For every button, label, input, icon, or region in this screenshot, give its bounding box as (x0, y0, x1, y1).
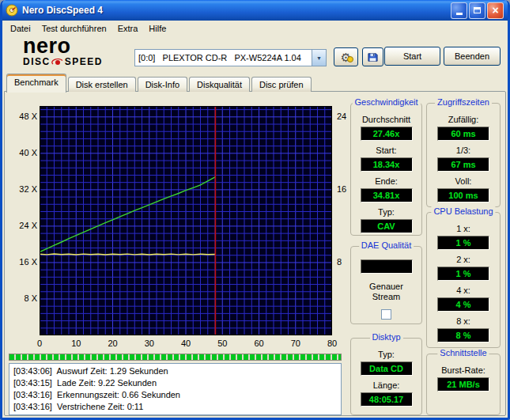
y-axis-left-tick: 24 X (4, 221, 37, 230)
cpu-field-value: 8 % (437, 328, 489, 342)
menu-extra[interactable]: Extra (112, 22, 144, 35)
drive-select[interactable]: [0:0] PLEXTOR CD-R PX-W5224A 1.04 ▼ (134, 49, 327, 66)
floppy-icon (368, 51, 378, 63)
access-field-value: 60 ms (437, 127, 489, 141)
minimize-icon (456, 13, 463, 15)
logo-speed-text: SPEED (65, 56, 103, 67)
x-axis-tick: 50 (212, 339, 232, 348)
x-axis-tick: 30 (139, 339, 160, 348)
dae-quality-panel-title: DAE Qualität (359, 240, 414, 250)
nero-logo: nero DISC SPEED (23, 36, 127, 67)
cpu-usage-panel-title: CPU Belastung (431, 206, 495, 216)
cpu-field-value: 1 % (437, 267, 489, 281)
x-axis-tick: 60 (249, 339, 270, 348)
disc-field: Länge:48:05.17 (351, 376, 421, 407)
genauer-stream-checkbox[interactable] (381, 309, 391, 320)
access-field-value: 100 ms (437, 188, 489, 202)
access-field: Voll:100 ms (427, 172, 500, 202)
cpu-field-label: 1 x: (427, 224, 500, 234)
tab-benchmark[interactable]: Benchmark (6, 74, 66, 93)
tab-diskqualit-t[interactable]: Diskqualität (189, 77, 250, 92)
app-icon (6, 4, 18, 17)
x-axis-tick: 20 (103, 339, 123, 348)
access-times-panel: Zugriffszeiten Zufällig:60 ms1/3:67 msVo… (426, 103, 501, 207)
disc-field-value: 48:05.17 (361, 392, 413, 407)
access-field: 1/3:67 ms (427, 141, 500, 172)
x-axis-tick: 0 (29, 339, 50, 348)
access-times-panel-title: Zugriffszeiten (435, 97, 492, 107)
speed-field: Start:18.34x (351, 141, 421, 172)
title-bar[interactable]: Nero DiscSpeed 4 × (2, 0, 508, 21)
log-line: [03:43:06] Auswurf Zeit: 1.29 Sekunden (13, 365, 337, 377)
speed-field-value: 34.81x (361, 188, 413, 202)
access-field-label: Zufällig: (427, 115, 500, 125)
tab-disk-info[interactable]: Disk-Info (138, 77, 187, 92)
log-box[interactable]: [03:43:06] Auswurf Zeit: 1.29 Sekunden[0… (9, 363, 342, 415)
access-field: Zufällig:60 ms (427, 110, 500, 141)
minimize-button[interactable] (451, 2, 467, 19)
dae-quality-value (361, 259, 413, 274)
speed-field: Ende:34.81x (351, 172, 421, 202)
disc-field: Typ:Data CD (351, 345, 421, 376)
options-button[interactable]: ⚙ (334, 47, 358, 66)
iface-field-label: Burst-Rate: (427, 365, 500, 376)
cpu-field-value: 4 % (437, 297, 489, 312)
disc-field-label: Länge: (351, 380, 421, 391)
tab-disk-erstellen[interactable]: Disk erstellen (68, 77, 136, 92)
y-axis-right-tick: 16 (337, 184, 361, 194)
y-axis-left-tick: 8 X (4, 293, 37, 303)
menu-hilfe[interactable]: Hilfe (143, 22, 172, 35)
speed-field-value: 18.34x (361, 157, 413, 172)
maximize-button[interactable] (469, 2, 485, 19)
disc-type-panel-title: Disktyp (369, 332, 402, 342)
menu-bar: DateiTest durchführenExtraHilfe (2, 21, 510, 36)
access-field-value: 67 ms (437, 157, 489, 172)
menu-test-durchf-hren[interactable]: Test durchführen (36, 22, 112, 35)
benchmark-progress-bar (9, 354, 342, 361)
tab-disc-pr-fen[interactable]: Disc prüfen (251, 77, 312, 92)
cpu-usage-panel: CPU Belastung 1 x:1 %2 x:1 %4 x:4 %8 x:8… (426, 212, 501, 348)
cpu-field: 1 x:1 % (427, 219, 500, 250)
y-axis-left-tick: 40 X (4, 148, 37, 157)
close-icon: × (492, 5, 498, 16)
x-axis-tick: 80 (322, 339, 342, 348)
cpu-field-label: 2 x: (427, 255, 500, 265)
speed-field-value: 27.46x (361, 127, 413, 141)
dae-quality-panel: DAE Qualität Genauer Stream (350, 246, 422, 324)
chevron-down-icon[interactable]: ▼ (312, 50, 326, 66)
maximize-icon (474, 7, 481, 13)
speed-field-value: CAV (361, 219, 413, 233)
speed-field-label: Ende: (351, 176, 421, 187)
quit-button[interactable]: Beenden (444, 47, 501, 66)
nero-logo-text: nero (23, 36, 127, 56)
speed-field: Durchschnitt27.46x (351, 110, 421, 141)
save-button[interactable] (362, 47, 383, 66)
gear-accent-dot (347, 56, 353, 62)
speed-panel: Geschwindigkeit Durchschnitt27.46xStart:… (350, 103, 422, 236)
cpu-field-label: 4 x: (427, 286, 500, 296)
close-button[interactable]: × (487, 2, 504, 19)
disc-field-label: Typ: (351, 350, 421, 360)
benchmark-chart (40, 106, 332, 335)
window-title: Nero DiscSpeed 4 (22, 5, 449, 16)
iface-field-value: 21 MB/s (437, 377, 489, 392)
menu-datei[interactable]: Datei (5, 22, 36, 35)
disc-swoosh-icon (51, 57, 64, 66)
speed-panel-title: Geschwindigkeit (352, 97, 420, 107)
speed-field-label: Typ: (351, 207, 421, 218)
y-axis-right-tick: 8 (337, 257, 361, 267)
iface-field: Burst-Rate:21 MB/s (427, 361, 500, 392)
logo-disc-text: DISC (23, 56, 51, 67)
cpu-field-label: 8 x: (427, 316, 500, 327)
x-axis-tick: 10 (66, 339, 86, 348)
speed-field-label: Durchschnitt (351, 115, 421, 125)
app-window: Nero DiscSpeed 4 × DateiTest durchführen… (0, 0, 510, 420)
access-field-label: 1/3: (427, 146, 500, 156)
interface-panel-title: Schnittstelle (437, 348, 489, 358)
log-line: [03:43:16] Verstrichene Zeit: 0:11 (13, 401, 337, 413)
access-field-label: Voll: (427, 176, 500, 187)
x-axis-tick: 40 (176, 339, 196, 348)
start-button[interactable]: Start (384, 47, 440, 66)
interface-panel: Schnittstelle Burst-Rate:21 MB/s (426, 354, 501, 415)
y-axis-left-tick: 48 X (4, 112, 37, 121)
